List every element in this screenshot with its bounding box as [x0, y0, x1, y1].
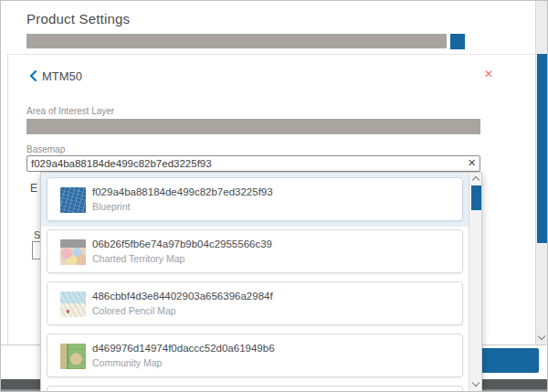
- blue-action-square[interactable]: [450, 34, 465, 49]
- basemap-option-id: 486cbbf4d3e84402903a656396a2984f: [92, 291, 273, 302]
- dropdown-scrollbar-thumb[interactable]: [471, 185, 481, 210]
- basemap-option-charted-territory[interactable]: 06b26f5fb6e74a97b9b04c2955566c39 Charted…: [47, 229, 463, 273]
- chevron-left-icon: [29, 70, 37, 81]
- basemap-option-name: Colored Pencil Map: [92, 305, 176, 316]
- basemap-option-id: d469976d14974f0daccc52d0a61949b6: [92, 343, 275, 354]
- basemap-option-id: f029a4ba88184de499c82b7ed3225f93: [92, 186, 273, 197]
- basemap-thumbnail-icon: [60, 344, 86, 369]
- dropdown-scrollbar[interactable]: [469, 173, 482, 392]
- basemap-dropdown: f029a4ba88184de499c82b7ed3225f93 Bluepri…: [40, 172, 482, 392]
- scroll-down-icon[interactable]: [472, 379, 480, 387]
- basemap-option-community[interactable]: d469976d14974f0daccc52d0a61949b6 Communi…: [47, 334, 463, 377]
- basemap-option-blueprint[interactable]: f029a4ba88184de499c82b7ed3225f93 Bluepri…: [47, 177, 463, 221]
- scroll-up-icon[interactable]: [472, 176, 480, 184]
- close-icon[interactable]: ✕: [484, 68, 493, 80]
- basemap-option-name: Charted Territory Map: [92, 253, 184, 264]
- basemap-option-id: 06b26f5fb6e74a97b9b04c2955566c39: [92, 238, 272, 249]
- basemap-option-name: Blueprint: [92, 201, 130, 212]
- scroll-down-icon[interactable]: [538, 333, 545, 340]
- basemap-thumbnail-icon: [60, 187, 86, 213]
- basemap-thumbnail-icon: [60, 239, 86, 265]
- clipped-label-e: E: [30, 182, 37, 195]
- page-title: Product Settings: [26, 11, 130, 26]
- basemap-option-partial[interactable]: [47, 386, 463, 392]
- basemap-option-colored-pencil[interactable]: 486cbbf4d3e84402903a656396a2984f Colored…: [47, 281, 463, 325]
- basemap-input[interactable]: [26, 155, 480, 172]
- basemap-label: Basemap: [26, 144, 65, 154]
- dialog-left-border: [7, 54, 8, 344]
- basemap-thumbnail-icon: [60, 291, 86, 317]
- product-settings-window: Product Settings MTM50 ✕ Area of Interes…: [0, 0, 548, 392]
- area-of-interest-label: Area of Interest Layer: [26, 106, 114, 116]
- primary-action-button[interactable]: [478, 348, 539, 373]
- clear-input-icon[interactable]: ✕: [468, 157, 476, 169]
- dialog-scrollbar-thumb[interactable]: [537, 54, 547, 243]
- basemap-option-name: Community Map: [92, 357, 162, 368]
- area-of-interest-input-redacted[interactable]: [26, 119, 480, 134]
- redacted-field-bar: [26, 34, 447, 48]
- back-label: MTM50: [42, 69, 82, 83]
- dialog-scrollbar[interactable]: [535, 1, 547, 344]
- dialog-top-border: [7, 54, 535, 55]
- back-button[interactable]: MTM50: [29, 69, 82, 83]
